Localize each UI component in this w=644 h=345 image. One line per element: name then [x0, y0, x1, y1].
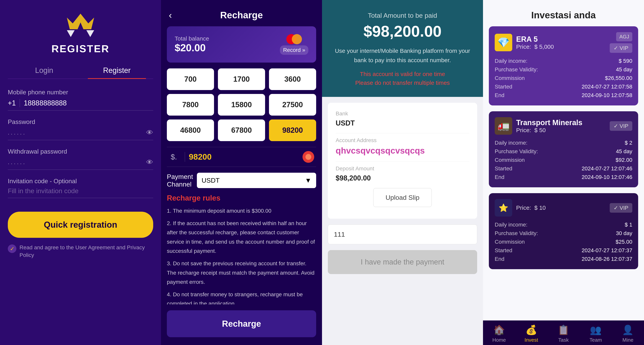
amount-btn-98200[interactable]: 98200: [269, 120, 316, 141]
withdrawal-label: Withdrawal password: [8, 148, 153, 155]
nav-mine[interactable]: 👤 Mine: [612, 324, 644, 343]
card-price-0: Price: $ 5,000: [516, 44, 554, 50]
warning-line2: Please do not transfer multiple times: [332, 78, 473, 87]
custom-amount-row: $. 98200: [167, 147, 316, 167]
balance-info: Total balance $20.00: [175, 35, 209, 54]
tab-register[interactable]: Register: [80, 62, 153, 78]
rules-section: Recharge rules 1. The minimum deposit am…: [167, 194, 316, 304]
end-row-0: End 2024-09-10 12:07:58: [495, 91, 632, 100]
amount-grid: 700 1700 3600 7800 15800 27500 46800 678…: [167, 68, 316, 141]
commission-row-1: Commission $92.00: [495, 156, 632, 164]
nav-home[interactable]: 🏠 Home: [483, 324, 515, 343]
card-thumb-1: 🚛: [495, 117, 512, 135]
phone-input-row: +1: [8, 99, 153, 110]
password-eye-icon[interactable]: 👁: [146, 129, 153, 137]
quick-register-button[interactable]: Quick registration: [8, 212, 153, 238]
payment-label: PaymentChannel: [167, 173, 193, 188]
daily-row-0: Daily income: $ 590: [495, 57, 632, 65]
svg-rect-4: [79, 29, 82, 35]
balance-label: Total balance: [175, 35, 209, 42]
nav-task[interactable]: 📋 Task: [547, 324, 580, 343]
recharge-submit-button[interactable]: Recharge: [167, 310, 316, 337]
card-header-0: 💎 ERA 5 Price: $ 5,000 AGJ ✓ VIP: [495, 32, 632, 53]
card-name-0: ERA 5: [516, 35, 554, 44]
upload-slip-button[interactable]: Upload Slip: [373, 188, 432, 207]
daily-row-1: Daily income: $ 2: [495, 138, 632, 147]
started-row-1: Started 2024-07-27 12:07:46: [495, 164, 632, 173]
amount-btn-7800[interactable]: 7800: [167, 94, 214, 116]
recharge-header: ‹ Recharge: [161, 0, 322, 26]
card-right-0: AGJ ✓ VIP: [610, 32, 632, 53]
home-icon: 🏠: [493, 324, 505, 336]
nav-invest[interactable]: 💰 Invest: [515, 324, 547, 343]
payment-instructions: Use your internet/Mobile Banking platfor…: [332, 46, 473, 65]
password-input-row: ...... 👁: [8, 129, 153, 140]
card-header-2: ⭐ Price: $ 10 ✓ VIP: [495, 199, 632, 216]
rule-3: 3. Do not save the previous receiving ac…: [167, 259, 316, 287]
back-icon[interactable]: ‹: [169, 10, 172, 20]
rule-4: 4. Do not transfer money to strangers, r…: [167, 290, 316, 304]
invest-title: Investasi anda: [491, 10, 636, 20]
amount-btn-700[interactable]: 700: [167, 68, 214, 90]
amount-btn-15800[interactable]: 15800: [218, 94, 265, 116]
withdrawal-eye-icon[interactable]: 👁: [146, 158, 153, 166]
custom-amount-input[interactable]: 98200: [189, 152, 302, 162]
amount-btn-27500[interactable]: 27500: [269, 94, 316, 116]
vip-1: ✓ VIP: [610, 121, 632, 131]
validity-row-0: Purchase Validity: 45 day: [495, 65, 632, 74]
team-icon: 👥: [590, 324, 602, 336]
payment-select[interactable]: USDT ▼: [197, 173, 316, 188]
amount-btn-67800[interactable]: 67800: [218, 120, 265, 141]
vip-2: ✓ VIP: [610, 203, 632, 213]
payment-option: USDT: [202, 176, 220, 184]
phone-group: Mobile phone number +1: [8, 89, 153, 110]
card-name-1: Transport Minerals: [516, 118, 582, 127]
withdrawal-input-row: ...... 👁: [8, 158, 153, 170]
nav-team[interactable]: 👥 Team: [580, 324, 612, 343]
bank-label: Bank: [336, 110, 469, 117]
validity-row-1: Purchase Validity: 45 day: [495, 147, 632, 156]
payment-confirm-button[interactable]: I have made the payment: [328, 250, 477, 274]
currency-symbol: $.: [167, 153, 181, 161]
balance-amount: $20.00: [175, 42, 209, 54]
address-label: Account Address: [336, 137, 469, 144]
svg-marker-2: [86, 30, 94, 37]
task-icon: 📋: [558, 324, 569, 336]
card-thumb-0: 💎: [495, 34, 512, 51]
nav-team-label: Team: [590, 337, 602, 343]
invest-icon: 💰: [526, 324, 537, 336]
payment-card: Bank USDT Account Address qhvcsqvcqsqcvs…: [328, 103, 477, 219]
started-row-2: Started 2024-07-27 12:07:37: [495, 246, 632, 255]
amount-indicator: [302, 151, 314, 163]
nav-invest-label: Invest: [524, 337, 538, 343]
payment-top: Total Amount to be paid $98,200.00 Use y…: [322, 0, 483, 97]
rules-title: Recharge rules: [167, 194, 316, 202]
total-label: Total Amount to be paid: [332, 12, 473, 19]
daily-row-2: Daily income: $ 1: [495, 220, 632, 229]
invest-header: Investasi anda: [483, 0, 644, 26]
total-amount: $98,200.00: [332, 22, 473, 40]
deposit-label: Deposit Amount: [336, 166, 469, 172]
agreement-checkbox[interactable]: [8, 244, 16, 253]
rule-1: 1. The minimum deposit amount is $300.00: [167, 206, 316, 216]
card-thumb-2: ⭐: [495, 199, 512, 216]
agreement-row: Read and agree to the User Agreement and…: [8, 244, 153, 259]
amount-btn-46800[interactable]: 46800: [167, 120, 214, 141]
invitation-placeholder[interactable]: Fill in the invitation code: [8, 187, 78, 194]
card-info-0: ERA 5 Price: $ 5,000: [516, 35, 554, 50]
record-button[interactable]: Record »: [280, 46, 308, 55]
amount-btn-3600[interactable]: 3600: [269, 68, 316, 90]
ref-input[interactable]: [328, 224, 477, 244]
auth-tabs: Login Register: [8, 62, 153, 79]
invitation-group: Invitation code - Optional Fill in the i…: [8, 178, 153, 198]
tag-0: AGJ: [616, 32, 632, 41]
payment-channel-row: PaymentChannel USDT ▼: [167, 173, 316, 188]
card-info-2: Price: $ 10: [516, 204, 546, 211]
country-code[interactable]: +1: [8, 99, 20, 107]
invest-card-0: 💎 ERA 5 Price: $ 5,000 AGJ ✓ VIP Daily i…: [489, 26, 638, 106]
tab-login[interactable]: Login: [8, 62, 80, 78]
withdrawal-dots: ......: [8, 159, 146, 166]
phone-input[interactable]: [24, 99, 153, 107]
dropdown-icon: ▼: [305, 176, 312, 184]
amount-btn-1700[interactable]: 1700: [218, 68, 265, 90]
